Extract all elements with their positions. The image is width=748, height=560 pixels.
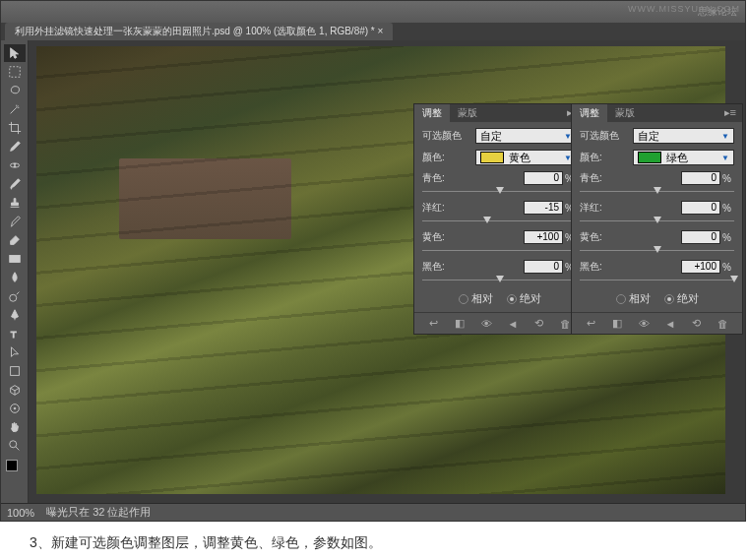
view-icon[interactable]: 👁 <box>479 317 493 331</box>
adjustments-panel-2: 调整 蒙版 ▸≡ 可选颜色 自定▼ 颜色: 绿色 ▼ 青色:0% 洋红:0% 黄… <box>571 103 743 335</box>
panel-tabs: 调整 蒙版 ▸≡ <box>414 104 585 122</box>
tools-toolbar: T <box>1 40 29 503</box>
cyan-input[interactable]: 0 <box>524 171 563 185</box>
pen-tool[interactable] <box>4 306 26 324</box>
color-select[interactable]: 黄色 ▼ <box>475 150 577 165</box>
document-tab[interactable]: 利用外挂滤镜快速处理一张灰蒙蒙的田园照片.psd @ 100% (选取颜色 1,… <box>5 23 393 40</box>
magenta-slider[interactable] <box>580 217 734 226</box>
chevron-down-icon: ▼ <box>721 132 729 141</box>
preset-label: 可选颜色 <box>580 129 629 143</box>
color-swatch[interactable] <box>6 460 24 477</box>
svg-rect-5 <box>10 367 19 376</box>
yellow-label: 黄色: <box>422 230 524 244</box>
reset-icon[interactable]: ⟲ <box>690 317 704 331</box>
black-label: 黑色: <box>422 260 524 274</box>
history-brush-tool[interactable] <box>4 213 26 230</box>
zoom-tool[interactable] <box>4 437 26 455</box>
reset-icon[interactable]: ⟲ <box>532 317 546 331</box>
black-input[interactable]: 0 <box>524 260 563 274</box>
svg-text:T: T <box>10 329 16 340</box>
previous-icon[interactable]: ◄ <box>506 317 520 331</box>
yellow-input[interactable]: 0 <box>681 230 720 244</box>
chevron-down-icon: ▼ <box>721 154 729 162</box>
layer-icon[interactable]: ◧ <box>453 317 467 331</box>
camera-tool[interactable] <box>4 400 26 417</box>
shape-tool[interactable] <box>4 362 26 380</box>
path-select-tool[interactable] <box>4 343 26 361</box>
caption-text: 3、新建可选颜色调整图层，调整黄色、绿色，参数如图。 <box>30 534 382 552</box>
trash-icon[interactable]: 🗑 <box>717 317 730 331</box>
svg-rect-2 <box>9 256 20 263</box>
black-input[interactable]: +100 <box>681 260 720 274</box>
status-info: 曝光只在 32 位起作用 <box>46 505 151 520</box>
preset-select[interactable]: 自定▼ <box>475 128 577 144</box>
previous-icon[interactable]: ◄ <box>663 317 677 331</box>
radio-relative[interactable]: 相对 <box>616 291 651 306</box>
svg-point-8 <box>9 441 16 448</box>
statusbar: 100% 曝光只在 32 位起作用 <box>1 503 745 521</box>
tab-adjustments[interactable]: 调整 <box>572 104 607 122</box>
panel-footer: ↩ ◧ 👁 ◄ ⟲ 🗑 <box>572 312 742 334</box>
wand-tool[interactable] <box>4 100 26 118</box>
layer-icon[interactable]: ◧ <box>610 317 624 331</box>
cyan-slider[interactable] <box>580 187 734 197</box>
brush-tool[interactable] <box>4 175 26 193</box>
tab-adjustments[interactable]: 调整 <box>414 104 450 122</box>
magenta-label: 洋红: <box>580 201 681 215</box>
magenta-input[interactable]: 0 <box>681 201 720 215</box>
yellow-label: 黄色: <box>580 230 681 244</box>
watermark: WWW.MISSYUAN.COM <box>628 4 740 14</box>
cyan-slider[interactable] <box>422 187 577 197</box>
radio-relative[interactable]: 相对 <box>459 291 493 306</box>
yellow-slider[interactable] <box>580 246 734 256</box>
crop-tool[interactable] <box>4 119 26 137</box>
color-label: 颜色: <box>422 151 471 164</box>
magenta-slider[interactable] <box>422 217 577 226</box>
eraser-tool[interactable] <box>4 231 26 249</box>
tab-masks[interactable]: 蒙版 <box>607 104 643 122</box>
lasso-tool[interactable] <box>4 82 26 99</box>
type-tool[interactable]: T <box>4 325 26 342</box>
cyan-input[interactable]: 0 <box>681 171 720 185</box>
marquee-tool[interactable] <box>4 63 26 81</box>
preset-select[interactable]: 自定▼ <box>633 128 734 144</box>
cyan-label: 青色: <box>580 171 681 185</box>
view-icon[interactable]: 👁 <box>637 317 651 331</box>
zoom-level[interactable]: 100% <box>7 507 34 519</box>
blur-tool[interactable] <box>4 269 26 286</box>
eyedropper-tool[interactable] <box>4 138 26 156</box>
preset-label: 可选颜色 <box>422 129 471 143</box>
radio-absolute[interactable]: 绝对 <box>664 291 699 306</box>
return-icon[interactable]: ↩ <box>426 317 440 331</box>
gradient-tool[interactable] <box>4 250 26 268</box>
cyan-label: 青色: <box>422 171 524 185</box>
black-label: 黑色: <box>580 260 681 274</box>
svg-point-7 <box>14 407 16 409</box>
color-chip <box>638 152 661 163</box>
hand-tool[interactable] <box>4 418 26 436</box>
black-slider[interactable] <box>580 276 734 285</box>
adjustments-panel-1: 调整 蒙版 ▸≡ 可选颜色 自定▼ 颜色: 黄色 ▼ 青色:0% 洋红:-15%… <box>413 103 586 335</box>
panel-tabs: 调整 蒙版 ▸≡ <box>572 104 742 122</box>
radio-absolute[interactable]: 绝对 <box>507 291 541 306</box>
color-chip <box>480 152 504 163</box>
panel-menu-icon[interactable]: ▸≡ <box>718 104 742 122</box>
dodge-tool[interactable] <box>4 287 26 305</box>
magenta-input[interactable]: -15 <box>524 201 563 215</box>
return-icon[interactable]: ↩ <box>584 317 597 331</box>
black-slider[interactable] <box>422 276 577 285</box>
svg-point-3 <box>9 294 16 301</box>
heal-tool[interactable] <box>4 156 26 174</box>
panel-footer: ↩ ◧ 👁 ◄ ⟲ 🗑 <box>414 312 585 334</box>
stamp-tool[interactable] <box>4 194 26 212</box>
yellow-input[interactable]: +100 <box>524 230 563 244</box>
3d-tool[interactable] <box>4 381 26 399</box>
color-select[interactable]: 绿色 ▼ <box>633 150 734 165</box>
svg-rect-0 <box>9 67 20 78</box>
tab-masks[interactable]: 蒙版 <box>450 104 485 122</box>
move-tool[interactable] <box>4 44 26 62</box>
magenta-label: 洋红: <box>422 201 524 215</box>
color-label: 颜色: <box>580 151 629 164</box>
document-tab-strip: 利用外挂滤镜快速处理一张灰蒙蒙的田园照片.psd @ 100% (选取颜色 1,… <box>1 23 745 40</box>
yellow-slider[interactable] <box>422 246 577 256</box>
